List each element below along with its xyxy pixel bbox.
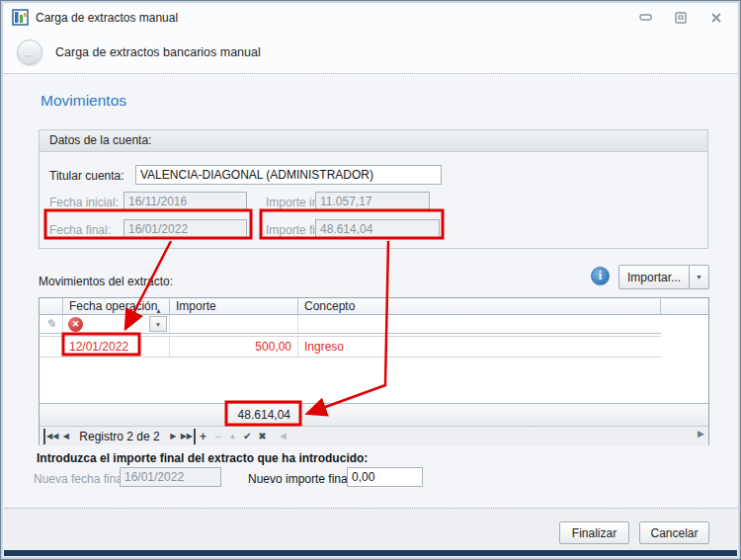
wizard-title: Carga de extractos bancarios manual (55, 45, 261, 59)
column-header-fecha-label: Fecha operación (69, 299, 157, 313)
row-indicator-cell (40, 337, 63, 358)
fecha-final-field (124, 219, 247, 239)
title-bar[interactable]: Carga de extractos manual (4, 4, 737, 31)
nav-end-edit-button[interactable]: ✔ (240, 429, 255, 444)
back-button[interactable]: ← (17, 40, 42, 65)
column-header-fecha[interactable]: Fecha operación ▲ (63, 298, 170, 314)
dialog-button-bar: Finalizar Cancelar (4, 508, 737, 553)
app-icon (12, 9, 29, 26)
fecha-final-label: Fecha final: (49, 223, 111, 237)
close-button[interactable] (709, 12, 723, 24)
filter-cell-fecha[interactable]: ✕ ▼ (63, 315, 170, 333)
indicator-column-header (40, 298, 63, 314)
nav-next-button[interactable]: ▶ (166, 429, 181, 444)
titular-field[interactable] (135, 165, 442, 185)
nuevo-importe-field[interactable] (347, 467, 423, 487)
page-title: Movimientos (41, 92, 126, 110)
wizard-header: ← Carga de extractos bancarios manual (4, 31, 737, 74)
titular-label: Titular cuenta: (49, 169, 124, 183)
grid-header-row: Fecha operación ▲ Importe Concepto (40, 298, 708, 315)
fecha-inicial-field (124, 192, 247, 211)
column-header-blank (661, 298, 710, 314)
nueva-fecha-field (120, 467, 221, 487)
column-header-concepto[interactable]: Concepto (298, 298, 661, 314)
info-icon[interactable]: i (591, 267, 610, 285)
filter-row-indicator: ✎ (40, 315, 63, 333)
import-dropdown-button[interactable]: ▼ (690, 265, 709, 289)
movements-label: Movimientos del extracto: (39, 275, 173, 288)
minimize-button[interactable] (638, 12, 652, 24)
nav-append-button[interactable]: + (196, 429, 210, 444)
nav-first-button[interactable]: ◀◀ (43, 429, 58, 444)
nav-delete-button[interactable]: − (210, 429, 225, 444)
grid-footer-row: 48.614,04 (40, 403, 708, 426)
account-groupbox: Datos de la cuenta: Titular cuenta: Fech… (39, 129, 708, 249)
cancelar-button[interactable]: Cancelar (639, 521, 709, 544)
nav-edit-button[interactable]: ▲ (225, 429, 240, 444)
edit-pencil-icon: ✎ (40, 315, 62, 333)
fecha-inicial-label: Fecha inicial: (49, 196, 119, 209)
cell-importe[interactable]: 500,00 (170, 337, 298, 358)
import-button[interactable]: Importar... (618, 265, 690, 289)
footer-total-value: 48.614,04 (170, 404, 294, 426)
groupbox-title: Datos de la cuenta: (40, 130, 707, 152)
dialog-window: Carga de extractos manual ← Carga de ext… (0, 0, 741, 560)
table-row[interactable]: 12/01/2022 500,00 Ingreso (40, 336, 661, 358)
scroll-right-icon[interactable]: ▶ (698, 429, 704, 439)
filter-cell-importe[interactable] (170, 315, 298, 333)
nav-cancel-edit-button[interactable]: ✖ (255, 429, 270, 444)
filter-cell-concepto[interactable] (298, 315, 661, 333)
grid-filter-row: ✎ ✕ ▼ (40, 315, 661, 334)
importe-inicial-field (315, 192, 430, 211)
window-bottom-edge (4, 550, 737, 556)
cell-fecha[interactable]: 12/01/2022 (63, 337, 170, 358)
record-navigator: ◀◀ ◀ Registro 2 de 2 ▶ ▶▶ + − ▲ ✔ ✖ ◀ (40, 426, 708, 445)
column-header-importe[interactable]: Importe (170, 298, 298, 314)
nav-prev-button[interactable]: ◀ (58, 429, 73, 444)
nueva-fecha-label: Nueva fecha final: (34, 472, 128, 486)
movements-grid: Fecha operación ▲ Importe Concepto ✎ ✕ ▼… (39, 297, 709, 445)
clear-filter-icon[interactable]: ✕ (68, 317, 83, 332)
record-position-text: Registro 2 de 2 (73, 430, 165, 443)
instruction-label: Introduzca el importe final del extracto… (37, 451, 368, 465)
importe-final-field (315, 219, 440, 239)
finalizar-button[interactable]: Finalizar (559, 521, 629, 544)
cell-concepto[interactable]: Ingreso (298, 337, 661, 358)
window-title: Carga de extractos manual (36, 11, 178, 25)
maximize-button[interactable] (674, 12, 688, 24)
scroll-left-icon[interactable]: ◀ (276, 429, 290, 444)
sort-ascending-icon: ▲ (155, 303, 162, 314)
nav-last-button[interactable]: ▶▶ (181, 429, 196, 444)
filter-dropdown-button[interactable]: ▼ (149, 316, 167, 332)
nuevo-importe-label: Nuevo importe final: (248, 472, 354, 486)
